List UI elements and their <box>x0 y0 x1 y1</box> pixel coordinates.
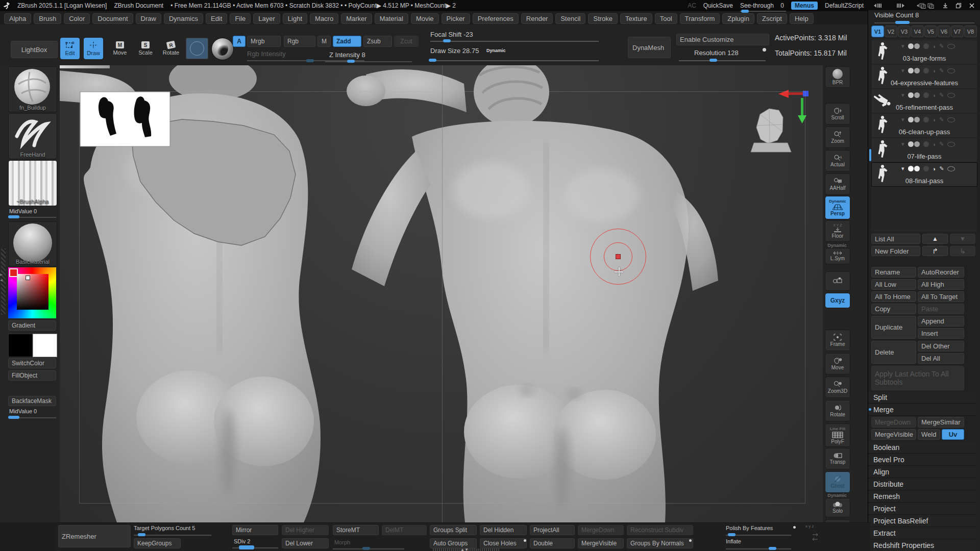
vtab-v4[interactable]: V4 <box>911 26 924 37</box>
draw-size-dynamic-label[interactable]: Dynamic <box>486 48 506 53</box>
menu-material[interactable]: Material <box>375 13 408 24</box>
main-color-swatch[interactable] <box>8 334 33 357</box>
rename-button[interactable]: Rename <box>871 267 916 278</box>
subtool-scrollbar-handle[interactable] <box>869 149 871 161</box>
apply-last-action-button[interactable]: Apply Last Action To All Subtools <box>871 366 964 390</box>
del-higher-button[interactable]: Del Higher <box>282 525 329 535</box>
move-button[interactable]: MMove <box>110 38 130 59</box>
zoom-button[interactable]: Zoom <box>825 127 850 148</box>
menu-marker[interactable]: Marker <box>341 13 372 24</box>
menu-brush[interactable]: Brush <box>34 13 61 24</box>
copy-button[interactable]: Copy <box>871 304 916 314</box>
draw-size-track[interactable] <box>430 60 599 61</box>
gxyz-button[interactable]: Gxyz <box>825 293 850 308</box>
z-intensity-track[interactable] <box>325 61 412 62</box>
merge-similar-button[interactable]: MergeSimilar <box>918 417 964 428</box>
frame-button[interactable]: Frame <box>825 330 850 351</box>
fill-object-button[interactable]: FillObject <box>8 370 56 381</box>
resolution-track[interactable] <box>679 60 766 61</box>
visible-count-track[interactable] <box>874 22 974 23</box>
sdiv-handle[interactable] <box>239 545 254 549</box>
contrast-icon[interactable]: ◑ <box>933 43 936 49</box>
gradient-button[interactable]: Gradient <box>8 320 56 331</box>
section-distribute[interactable]: Distribute <box>868 479 976 490</box>
tray-collapse-arrows[interactable]: ▸◂ <box>0 271 3 283</box>
hscroll-arrows[interactable]: ▲▼ <box>460 547 469 551</box>
all-low-button[interactable]: All Low <box>871 279 916 290</box>
move-out-folder-button[interactable]: ↱ <box>922 246 948 256</box>
all-high-button[interactable]: All High <box>918 279 964 290</box>
current-brush-tile[interactable]: fn_Buildup <box>8 66 57 112</box>
quicksave-button[interactable]: QuickSave <box>703 2 733 9</box>
menu-document[interactable]: Document <box>92 13 133 24</box>
rgb-intensity-handle[interactable] <box>306 59 314 62</box>
vtab-v5[interactable]: V5 <box>924 26 937 37</box>
menu-macro[interactable]: Macro <box>310 13 338 24</box>
dynamesh-button[interactable]: DynaMesh <box>628 37 671 58</box>
lsym-button[interactable]: L.Sym <box>825 248 850 264</box>
focal-shift-track[interactable] <box>430 41 599 42</box>
store-mt-button[interactable]: StoreMT <box>333 525 379 535</box>
material-tile[interactable]: BasicMaterial <box>8 221 57 266</box>
groups-by-normals-button[interactable]: Groups By Normals <box>627 538 693 548</box>
subtool-row[interactable]: ▾◑✎ 06-clean-up-pass <box>871 113 977 138</box>
bpr-button[interactable]: BPR <box>825 66 850 88</box>
mirror-button[interactable]: Mirror <box>232 525 278 535</box>
rotate-3d-button[interactable]: Rotate <box>825 400 850 421</box>
weld-button[interactable]: Weld <box>918 429 940 440</box>
restore-icon[interactable] <box>955 3 962 9</box>
vtab-v6[interactable]: V6 <box>938 26 950 37</box>
groups-by-normals-dot[interactable] <box>689 539 692 542</box>
insert-button[interactable]: Insert <box>918 328 964 339</box>
menu-preferences[interactable]: Preferences <box>473 13 519 24</box>
vtab-v3[interactable]: V3 <box>898 26 911 37</box>
menu-zscript[interactable]: Zscript <box>757 13 787 24</box>
section-extract[interactable]: Extract <box>868 528 976 539</box>
secondary-color-swatch[interactable] <box>33 334 57 357</box>
midvalue-bottom-handle[interactable] <box>8 416 19 419</box>
subtool-up-button[interactable]: ▲ <box>922 234 948 244</box>
section-merge[interactable]: Merge <box>868 404 976 416</box>
paste-button[interactable]: Paste <box>918 304 964 314</box>
del-mt-button[interactable]: DelMT <box>382 525 427 535</box>
rgb-button[interactable]: Rgb <box>284 36 315 47</box>
menu-draw[interactable]: Draw <box>136 13 161 24</box>
vtab-v1[interactable]: V1 <box>871 26 884 37</box>
eye-icon[interactable] <box>947 142 955 147</box>
scroll-button[interactable]: Scroll <box>825 103 850 124</box>
polish-handle[interactable] <box>728 533 736 536</box>
menu-picker[interactable]: Picker <box>442 13 470 24</box>
new-folder-button[interactable]: New Folder <box>871 246 920 256</box>
persp-button[interactable]: Dynamic Persp <box>825 196 850 219</box>
del-all-button[interactable]: Del All <box>918 353 964 364</box>
menu-edit[interactable]: Edit <box>206 13 227 24</box>
visibility-icon[interactable] <box>908 43 914 49</box>
move-into-folder-button[interactable]: ↳ <box>950 246 975 256</box>
del-other-button[interactable]: Del Other <box>918 341 964 352</box>
polish-track[interactable] <box>726 535 791 536</box>
menu-dynamics[interactable]: Dynamics <box>164 13 203 24</box>
m-button[interactable]: M <box>317 36 331 47</box>
zremesher-button[interactable]: ZRemesher <box>58 525 131 547</box>
eye-icon[interactable] <box>947 44 955 49</box>
groups-split-button[interactable]: Groups Split <box>430 525 477 535</box>
append-button[interactable]: Append <box>918 316 964 327</box>
close-holes-dot[interactable] <box>524 539 526 542</box>
menus-button[interactable]: Menus <box>791 2 818 10</box>
subtool-row[interactable]: ▾◑✎ 04-expressive-features <box>871 64 977 89</box>
section-redshift-properties[interactable]: Redshift Properties <box>868 540 976 551</box>
see-through-camera-button[interactable] <box>825 271 850 291</box>
menu-stencil[interactable]: Stencil <box>555 13 585 24</box>
section-remesh[interactable]: Remesh <box>868 491 976 503</box>
alpha-a-button[interactable]: A <box>233 36 246 47</box>
stroke-tile[interactable]: FreeHand <box>8 113 57 159</box>
divider-left-icon[interactable] <box>871 3 888 9</box>
z-intensity-handle[interactable] <box>347 60 355 63</box>
shade-icon[interactable] <box>923 43 929 49</box>
brush-radius-button[interactable] <box>186 38 208 59</box>
subtool-row[interactable]: ▾◑✎ 07-life-pass <box>871 138 977 162</box>
project-all-button[interactable]: ProjectAll <box>530 525 575 535</box>
eye-icon[interactable] <box>947 117 955 122</box>
actual-button[interactable]: x1 Actual <box>825 150 850 171</box>
polish-dot[interactable] <box>793 526 796 529</box>
